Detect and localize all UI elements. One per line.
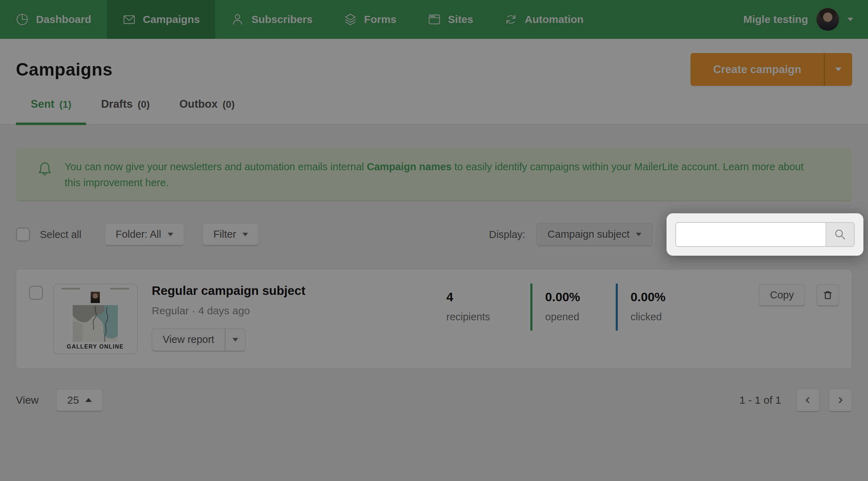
pagination-prev-button[interactable] [796,388,819,412]
chevron-down-icon [835,67,842,71]
stat-value: 0.00% [545,290,616,304]
thumbnail-header-bars [61,288,129,290]
banner-text-before: You can now give your newsletters and au… [65,161,367,172]
campaigns-page: Dashboard Campaigns Subscribers Forms Si… [0,0,868,481]
display-mode-dropdown[interactable]: Campaign subject [537,223,652,246]
delete-button[interactable] [816,284,839,306]
folder-filter-dropdown[interactable]: Folder: All [105,223,184,246]
stat-label: recipients [446,311,530,323]
nav-item-label: Campaigns [143,13,200,25]
nav-item-label: Subscribers [251,13,312,25]
clock-icon [16,13,29,26]
campaign-stats: 4 recipients 0.00% opened 0.00% clicked [446,284,722,331]
stat-recipients: 4 recipients [446,284,530,331]
account-menu[interactable]: Migle testing [743,0,868,39]
chevron-down-icon [636,233,641,236]
copy-button[interactable]: Copy [759,284,805,306]
select-all-label: Select all [40,229,82,241]
campaign-info: Regular campaign subject Regular · 4 day… [152,284,446,351]
view-report-dropdown-button[interactable] [225,328,246,351]
banner-text-after: to easily identify campaigns within your… [452,161,723,172]
search-group [675,222,855,247]
trash-icon [822,289,834,301]
stat-label: opened [545,311,616,323]
tab-count: (0) [138,98,150,111]
nav-item-label: Dashboard [36,13,91,25]
search-spotlight [667,213,863,256]
nav-item-sites[interactable]: Sites [412,0,489,39]
tab-label: Outbox [179,98,218,111]
campaign-row: GALLERY ONLINE Regular campaign subject … [16,269,852,369]
nav-item-subscribers[interactable]: Subscribers [215,0,328,39]
browser-icon [428,13,441,26]
nav-spacer [599,0,743,39]
stat-clicked: 0.00% clicked [616,284,722,331]
banner-text: You can now give your newsletters and au… [65,159,819,191]
envelope-icon [122,13,136,26]
chevron-down-icon [242,233,248,236]
tab-drafts[interactable]: Drafts (0) [86,98,164,124]
display-label: Display: [489,229,525,241]
stat-value: 4 [446,290,530,304]
view-report-button[interactable]: View report [152,328,225,351]
main-content: You can now give your newsletters and au… [0,148,868,412]
create-campaign-dropdown-button[interactable] [824,53,852,86]
chevron-down-icon [233,338,238,342]
thumbnail-caption: GALLERY ONLINE [61,344,129,350]
search-button[interactable] [826,223,854,246]
page-title: Campaigns [16,59,113,80]
tab-count: (1) [59,98,71,111]
stat-opened: 0.00% opened [530,284,616,331]
thumbnail-portrait-image [91,292,100,303]
person-icon [231,13,244,26]
chevron-up-icon [85,398,92,402]
list-toolbar: Select all Folder: All Filter Display: C… [16,213,852,256]
view-report-split-button: View report [152,328,246,351]
chevron-right-icon [835,395,846,405]
campaign-tabs: Sent (1) Drafts (0) Outbox (0) [16,98,852,124]
refresh-icon [504,13,518,26]
layers-icon [344,13,357,26]
tab-label: Sent [31,98,54,111]
notification-banner: You can now give your newsletters and au… [16,148,852,201]
tab-label: Drafts [101,98,133,111]
campaign-title[interactable]: Regular campaign subject [152,284,446,298]
chevron-down-icon [168,233,173,236]
campaign-meta: Regular · 4 days ago [152,305,446,317]
nav-item-label: Forms [364,13,397,25]
search-icon [833,228,847,241]
banner-bold-text: Campaign names [367,161,452,172]
stat-value: 0.00% [631,290,722,304]
search-input[interactable] [676,223,826,246]
create-campaign-button[interactable]: Create campaign [691,53,824,86]
list-footer: View 25 1 - 1 of 1 [16,388,852,412]
campaign-actions: Copy [759,284,839,306]
select-all-checkbox[interactable] [16,227,30,242]
stat-label: clicked [631,311,722,323]
account-name: Migle testing [743,13,808,25]
nav-item-label: Sites [448,13,474,25]
thumbnail-abstract-art [73,305,118,342]
filter-dropdown[interactable]: Filter [203,223,259,246]
nav-item-dashboard[interactable]: Dashboard [0,0,107,39]
nav-item-label: Automation [525,13,584,25]
create-campaign-split-button: Create campaign [691,53,852,86]
top-nav: Dashboard Campaigns Subscribers Forms Si… [0,0,868,39]
pagination-range: 1 - 1 of 1 [740,394,781,406]
per-page-label: View [16,394,38,406]
tab-count: (0) [223,98,235,111]
per-page-dropdown[interactable]: 25 [56,389,102,411]
bell-icon [36,160,53,177]
tab-outbox[interactable]: Outbox (0) [164,98,249,124]
campaign-checkbox[interactable] [29,286,43,300]
pagination-next-button[interactable] [829,388,852,412]
page-header: Campaigns Create campaign Sent (1) Draft… [0,39,868,125]
chevron-down-icon [848,18,853,21]
chevron-left-icon [802,395,813,405]
tab-sent[interactable]: Sent (1) [16,98,86,124]
nav-item-campaigns[interactable]: Campaigns [107,0,216,39]
nav-item-forms[interactable]: Forms [328,0,412,39]
campaign-thumbnail[interactable]: GALLERY ONLINE [53,284,138,354]
avatar[interactable] [816,8,839,31]
nav-item-automation[interactable]: Automation [489,0,599,39]
